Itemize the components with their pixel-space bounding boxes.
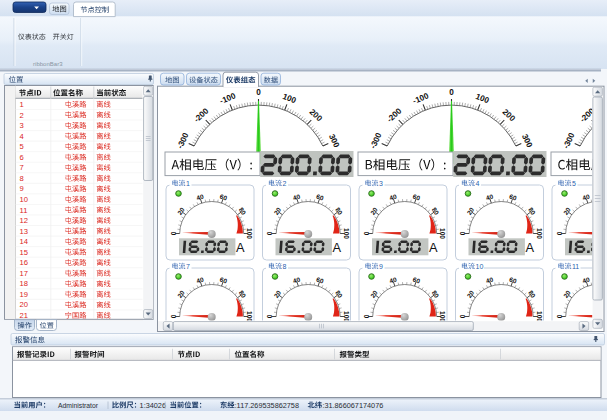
svg-text:5: 5 — [20, 142, 24, 151]
svg-text::117.269535862758: :117.269535862758 — [235, 401, 299, 410]
svg-text:7: 7 — [186, 263, 190, 270]
svg-text:A: A — [333, 240, 342, 255]
svg-text:2: 2 — [283, 180, 287, 187]
svg-text:A: A — [526, 240, 535, 255]
svg-text:7: 7 — [20, 163, 24, 172]
svg-text:15: 15 — [20, 248, 28, 257]
svg-text:10: 10 — [20, 195, 28, 204]
svg-text:A: A — [236, 240, 245, 255]
svg-text:2: 2 — [20, 111, 24, 120]
svg-text:ribbonBar3: ribbonBar3 — [33, 61, 63, 67]
svg-text:19: 19 — [20, 290, 28, 299]
svg-text::31.866067174076: :31.866067174076 — [322, 401, 383, 410]
svg-text:20: 20 — [20, 300, 28, 309]
svg-text:11: 11 — [20, 206, 28, 215]
svg-text:11: 11 — [572, 263, 579, 270]
svg-text:1:34026: 1:34026 — [140, 401, 166, 410]
svg-text:6: 6 — [20, 153, 24, 162]
svg-text:1: 1 — [20, 100, 24, 109]
svg-text:14: 14 — [20, 237, 28, 246]
svg-text:17: 17 — [20, 269, 28, 278]
svg-text:8: 8 — [20, 174, 24, 183]
svg-text:16: 16 — [20, 258, 28, 267]
svg-text:5: 5 — [572, 180, 576, 187]
svg-text:10: 10 — [476, 263, 484, 270]
svg-text:1: 1 — [186, 180, 190, 187]
svg-text:12: 12 — [20, 216, 28, 225]
svg-text:A: A — [429, 240, 438, 255]
svg-text:0: 0 — [449, 88, 454, 97]
svg-text:9: 9 — [379, 263, 383, 270]
svg-text:Administrator: Administrator — [58, 402, 99, 409]
svg-text:3: 3 — [20, 121, 24, 130]
svg-text:13: 13 — [20, 227, 28, 236]
svg-text:8: 8 — [283, 263, 287, 270]
svg-text:4: 4 — [476, 180, 480, 187]
svg-text:4: 4 — [20, 132, 24, 141]
svg-text:21: 21 — [20, 311, 28, 320]
svg-text:3: 3 — [379, 180, 383, 187]
svg-text:0: 0 — [256, 88, 261, 97]
svg-text:9: 9 — [20, 184, 24, 193]
svg-text:18: 18 — [20, 279, 28, 288]
